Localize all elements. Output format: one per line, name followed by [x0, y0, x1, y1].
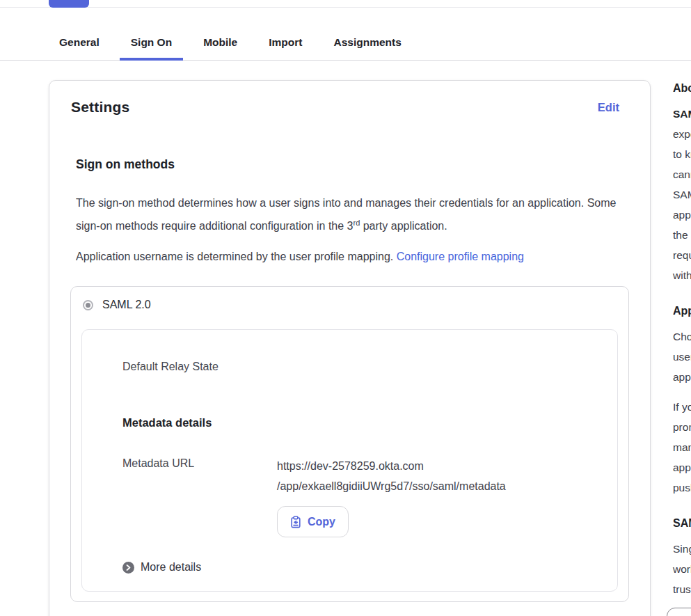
- copy-button-label: Copy: [308, 516, 335, 528]
- metadata-url-value-column: https://dev-2578259.okta.com/app/exkaell…: [277, 456, 506, 537]
- saml-method-box: SAML 2.0 Default Relay State Metadata de…: [70, 286, 629, 602]
- metadata-url-row: Metadata URL https://dev-2578259.okta.co…: [122, 456, 596, 537]
- application-username-text-1: Choose a format to use as the default us…: [673, 326, 691, 387]
- saml-details-panel: Default Relay State Metadata details Met…: [81, 329, 618, 592]
- about-text: SAML 2.0 streamlines the end user experi…: [673, 104, 691, 285]
- tab-general[interactable]: General: [48, 24, 111, 60]
- saml-option-label: SAML 2.0: [102, 299, 151, 311]
- ordinal-superscript: rd: [353, 219, 360, 227]
- tab-import[interactable]: Import: [257, 24, 313, 60]
- metadata-url-label: Metadata URL: [122, 456, 277, 470]
- settings-card: Settings Edit Sign on methods The sign-o…: [49, 80, 651, 616]
- metadata-url-value: https://dev-2578259.okta.com/app/exkaell…: [277, 456, 506, 496]
- settings-title: Settings: [71, 99, 129, 116]
- username-text: Application username is determined by th…: [76, 251, 397, 262]
- radio-dot: [86, 303, 90, 308]
- about-heading: About: [673, 78, 691, 98]
- more-details-label: More details: [141, 561, 201, 574]
- header-divider: [0, 7, 691, 8]
- description-text-end: party application.: [360, 220, 447, 232]
- view-setup-instructions-button[interactable]: View Setup Instructions: [667, 608, 691, 616]
- saml-setup-heading: SAML Setup: [673, 513, 691, 533]
- header-button-fragment[interactable]: [49, 0, 89, 8]
- saml-setup-text: Single Sign On using SAML will not work …: [673, 539, 691, 599]
- copy-clipboard-icon: [290, 516, 301, 528]
- metadata-url-line2: /app/exkaell8gidiiUWrg5d7/sso/saml/metad…: [277, 480, 506, 492]
- about-body: streamlines the end user experience by n…: [673, 108, 691, 281]
- username-mapping-text: Application username is determined by th…: [76, 246, 629, 267]
- tab-mobile[interactable]: Mobile: [192, 24, 248, 60]
- metadata-details-title: Metadata details: [122, 416, 596, 429]
- tab-sign-on[interactable]: Sign On: [120, 24, 183, 60]
- sign-on-methods-title: Sign on methods: [76, 157, 629, 172]
- default-relay-state-label: Default Relay State: [122, 361, 596, 373]
- tab-assignments[interactable]: Assignments: [322, 24, 412, 60]
- edit-button[interactable]: Edit: [598, 101, 619, 114]
- settings-card-header: Settings Edit: [70, 99, 629, 116]
- app-tabbar: General Sign On Mobile Import Assignment…: [0, 24, 691, 61]
- sign-on-description: The sign-on method determines how a user…: [76, 193, 629, 236]
- metadata-url-line1: https://dev-2578259.okta.com: [277, 460, 424, 472]
- more-details-toggle[interactable]: More details: [122, 561, 596, 574]
- configure-profile-mapping-link[interactable]: Configure profile mapping: [397, 251, 524, 262]
- description-text: The sign-on method determines how a user…: [76, 197, 616, 232]
- radio-selected-icon[interactable]: [83, 300, 93, 310]
- help-sidebar: About SAML 2.0 streamlines the end user …: [673, 78, 691, 616]
- about-lead: SAML 2.0: [673, 108, 691, 120]
- copy-metadata-url-button[interactable]: Copy: [277, 506, 349, 537]
- chevron-right-icon: [122, 562, 134, 574]
- saml-radio-option[interactable]: SAML 2.0: [81, 299, 618, 329]
- application-username-text-2: If you select None you will be prompted …: [673, 397, 691, 498]
- application-username-heading: Application Username: [673, 301, 691, 321]
